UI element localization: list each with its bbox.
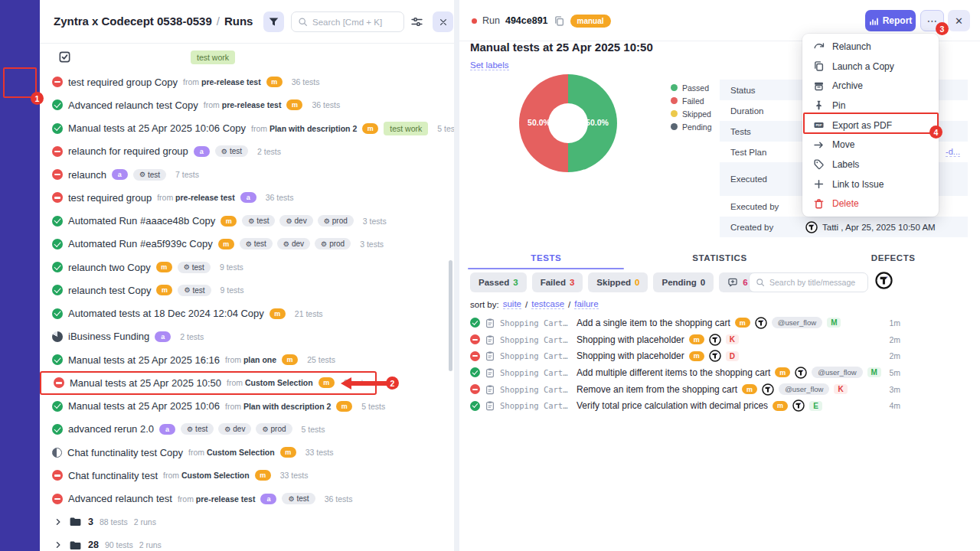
assignee-avatar: [709, 334, 721, 346]
runs-search[interactable]: [291, 11, 404, 32]
run-list-item[interactable]: Automated Run #aaace48b Copy m ⚙test⚙dev…: [40, 210, 394, 233]
run-plan-name: pre-release test: [196, 494, 256, 504]
menu-item[interactable]: Labels: [802, 155, 939, 174]
sliders-icon[interactable]: [410, 15, 423, 28]
sort-by-suite[interactable]: suite: [503, 299, 521, 309]
run-list-item[interactable]: Manual tests at 25 Apr 2025 10:06 from P…: [40, 395, 393, 418]
test-row[interactable]: Shopping Cart… Remove an item from the s…: [459, 381, 980, 398]
run-tests-count: 33 tests: [305, 448, 334, 457]
run-list-item[interactable]: Chat functinality test Copy from Custom …: [40, 441, 341, 464]
legend-label: Passed: [682, 83, 709, 93]
status-filter-chip[interactable]: Pending 0: [653, 272, 714, 292]
runs-search-input[interactable]: [312, 18, 397, 27]
run-list-item[interactable]: relaunch two Copy m ⚙test 9 tests: [40, 256, 251, 279]
test-row[interactable]: Shopping Cart… Shopping with placeholder…: [459, 331, 980, 348]
filter-label-badge[interactable]: test work: [191, 51, 235, 64]
run-list-item[interactable]: test required group from pre-release tes…: [40, 186, 301, 209]
run-list-item[interactable]: relaunch a ⚙test 7 tests: [40, 163, 207, 186]
gear-icon: ⚙: [221, 148, 227, 155]
run-list-item[interactable]: Chat functinality test from Custom Selec…: [40, 464, 315, 487]
run-list-item[interactable]: test required group Copy from pre-releas…: [40, 70, 327, 93]
test-tag: @user_flow: [779, 383, 829, 395]
annotation-badge-1: 1: [31, 92, 44, 105]
run-list-item[interactable]: Advanced relaunch test Copy from pre-rel…: [40, 93, 348, 116]
checkbox-icon[interactable]: [58, 51, 71, 64]
gear-icon: ⚙: [187, 425, 193, 433]
run-status-dot: [472, 18, 477, 24]
trash-icon: [813, 198, 825, 210]
run-title: Automated Run #ea5f939c Copy: [68, 238, 213, 249]
run-plan-name: pre-release test: [175, 193, 235, 202]
run-title: Manual tests at 25 Apr 2025 16:16: [68, 354, 220, 366]
run-title: Chat functinality test: [68, 470, 158, 481]
detail-tab[interactable]: TESTS: [459, 246, 633, 269]
menu-item[interactable]: Move: [802, 135, 939, 155]
detail-close-button[interactable]: ✕: [948, 10, 970, 31]
status-filter-chip[interactable]: Failed 3: [532, 272, 583, 292]
milestone-badge: K: [726, 334, 739, 344]
test-mode-badge: m: [735, 318, 750, 328]
sort-by-testcase[interactable]: testcase: [531, 299, 564, 309]
set-labels-link[interactable]: Set labels: [470, 60, 509, 70]
test-row[interactable]: Shopping Cart… Verify total price calcul…: [459, 397, 980, 414]
copy-icon[interactable]: [554, 15, 565, 27]
run-tests-count: 36 tests: [292, 77, 320, 86]
run-list-item[interactable]: relaunch for required group a ⚙test 2 te…: [40, 140, 289, 163]
run-group-row[interactable]: 28 90 tests 2 runs: [40, 533, 454, 551]
run-list-item[interactable]: Manual tests at 25 Apr 2025 10:50 from C…: [40, 371, 377, 394]
test-duration: 3m: [889, 385, 900, 394]
scrollbar-thumb[interactable]: [449, 260, 452, 371]
test-row[interactable]: Shopping Cart… Shopping with placeholder…: [459, 347, 980, 364]
gear-icon: ⚙: [139, 171, 145, 178]
run-list-item[interactable]: Automated Run #ea5f939c Copy m ⚙test⚙dev…: [40, 233, 391, 256]
run-env-chips: ⚙test⚙dev⚙prod: [240, 238, 351, 249]
tests-search[interactable]: [749, 272, 868, 292]
detail-tab[interactable]: STATISTICS: [633, 246, 807, 269]
run-source: from Custom Selection: [163, 471, 250, 480]
menu-item[interactable]: Delete: [802, 194, 939, 214]
detail-tab[interactable]: DEFECTS: [806, 246, 980, 269]
chevron-right-icon[interactable]: [54, 540, 63, 549]
run-list-item[interactable]: advanced rerun 2.0 a ⚙test⚙dev⚙prod 5 te…: [40, 418, 332, 441]
run-mode-badge: a: [240, 192, 256, 203]
clipboard-icon: [485, 318, 495, 328]
close-icon: ✕: [955, 15, 963, 27]
run-mode-badge: m: [362, 123, 378, 134]
test-row[interactable]: Shopping Cart… Add a single item to the …: [459, 315, 980, 331]
run-env-chips: ⚙test: [178, 262, 211, 273]
menu-item[interactable]: Relaunch: [802, 37, 939, 57]
run-group-row[interactable]: 3 88 tests 2 runs: [40, 510, 454, 533]
run-list-item[interactable]: Manual tests at 25 Apr 2025 16:16 from p…: [40, 348, 343, 371]
test-row[interactable]: Shopping Cart… Add multiple different it…: [459, 364, 980, 381]
runs-panel-close-button[interactable]: [433, 11, 453, 32]
run-plan-name: Custom Selection: [181, 471, 250, 480]
test-title: Add multiple different items to the shop…: [577, 367, 770, 378]
env-chip: ⚙test: [178, 285, 211, 296]
run-list-item[interactable]: Advanced relaunch test from pre-release …: [40, 487, 360, 510]
filter-button[interactable]: [263, 11, 284, 32]
test-status-icon: [470, 318, 480, 328]
gear-icon: ⚙: [283, 240, 289, 248]
env-chip: ⚙test: [181, 423, 214, 435]
menu-item[interactable]: Archive: [802, 76, 939, 96]
run-list-item[interactable]: iBusiness Funding a 2 tests: [40, 325, 211, 348]
move-icon: [813, 139, 825, 151]
test-plan-link[interactable]: -d...: [946, 147, 960, 157]
run-label: Run: [482, 15, 500, 26]
chevron-right-icon[interactable]: [54, 517, 63, 527]
menu-item[interactable]: Launch a Copy: [802, 57, 939, 77]
tests-search-input[interactable]: [769, 278, 861, 287]
run-tests-count: 5 tests: [302, 425, 325, 434]
status-filter-chip[interactable]: Passed 3: [470, 272, 527, 292]
menu-item[interactable]: Link to Issue: [802, 174, 939, 194]
run-list-item[interactable]: Automated tests at 18 Dec 2024 12:04 Cop…: [40, 302, 331, 325]
env-chip: ⚙test: [215, 145, 248, 157]
status-filter-chip[interactable]: Skipped 0: [588, 272, 648, 292]
run-list-item[interactable]: Manual tests at 25 Apr 2025 10:06 Copy f…: [40, 117, 454, 140]
test-mode-badge: m: [773, 401, 788, 411]
sort-by-failure[interactable]: failure: [574, 299, 598, 309]
run-list-item[interactable]: relaunch test Copy m ⚙test 9 tests: [40, 279, 252, 302]
report-button[interactable]: Report: [865, 10, 916, 31]
assignee-avatar[interactable]: [875, 272, 893, 289]
milestone-badge: M: [827, 318, 841, 328]
